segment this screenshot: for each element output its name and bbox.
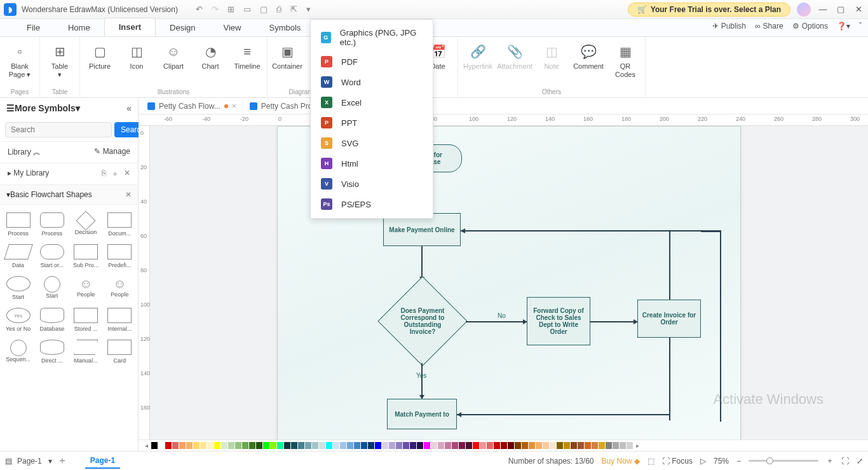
library-label[interactable]: Library ︽ (8, 147, 41, 158)
shape-docum[interactable]: Docum... (103, 210, 137, 239)
fullscreen-icon[interactable]: ⤢ (857, 457, 863, 466)
page-tab[interactable]: Page-1 (85, 453, 120, 469)
shape-people[interactable]: ☺People (69, 273, 103, 303)
color-swatch[interactable] (508, 442, 514, 449)
ribbon-picture[interactable]: ▢Picture (81, 39, 118, 87)
publish-button[interactable]: ✈ Publish (712, 22, 746, 31)
tab-home[interactable]: Home (54, 19, 104, 36)
maximize-icon[interactable]: ▢ (835, 4, 846, 14)
ribbon-icon[interactable]: ◫Icon (118, 39, 155, 87)
color-swatch[interactable] (228, 442, 234, 449)
color-swatch[interactable] (326, 442, 332, 449)
color-swatch[interactable] (550, 442, 556, 449)
focus-button[interactable]: ⛶ Focus (662, 457, 693, 466)
ribbon-comment[interactable]: 💬Comment (570, 39, 607, 87)
color-swatch[interactable] (305, 442, 311, 449)
shape-stored[interactable]: Stored ... (69, 305, 103, 335)
search-input[interactable] (5, 122, 112, 137)
color-swatch[interactable] (529, 442, 535, 449)
more-symbols-label[interactable]: More Symbols (15, 103, 76, 113)
color-swatch[interactable] (522, 442, 528, 449)
lib-add-icon[interactable]: ＋ (111, 169, 119, 179)
color-swatch[interactable] (599, 442, 605, 449)
dropdown-item-ppt[interactable]: PPPT (311, 113, 433, 133)
color-swatch[interactable] (214, 442, 220, 449)
color-swatch[interactable] (557, 442, 563, 449)
save-icon[interactable]: ▢ (260, 4, 268, 14)
color-swatch[interactable] (200, 442, 207, 449)
shape-database[interactable]: Database (35, 305, 69, 335)
color-swatch[interactable] (249, 442, 255, 449)
color-swatch[interactable] (627, 442, 633, 449)
ribbon-note[interactable]: ◫Note (533, 39, 570, 87)
color-swatch[interactable] (158, 442, 165, 449)
color-swatch[interactable] (235, 442, 241, 449)
page-selector[interactable]: Page-1 ▾ (17, 457, 52, 466)
open-icon[interactable]: ▭ (243, 4, 251, 14)
color-swatch[interactable] (284, 442, 290, 449)
ribbon-attachment[interactable]: 📎Attachment (496, 39, 533, 87)
close-icon[interactable]: ✕ (853, 4, 864, 14)
ribbon-timeline[interactable]: ≡Timeline (229, 39, 266, 87)
color-swatch[interactable] (291, 442, 297, 449)
color-swatch[interactable] (270, 442, 276, 449)
redo-icon[interactable]: ↷ (212, 4, 219, 14)
shape-predefi[interactable]: Predefi... (103, 242, 137, 271)
color-swatch[interactable] (480, 442, 486, 449)
pages-icon[interactable]: ▤ (5, 457, 12, 466)
dropdown-item-graphics[interactable]: GGraphics (PNG, JPG etc.) (311, 24, 433, 52)
play-icon[interactable]: ▷ (700, 457, 706, 466)
section-close-icon[interactable]: ✕ (125, 190, 132, 199)
shape-yesorno[interactable]: YesYes or No (1, 305, 35, 335)
doc-tab[interactable]: Petty Cash Flow...× (141, 99, 243, 113)
color-swatch[interactable] (515, 442, 521, 449)
mylib-label[interactable]: ▸ My Library (8, 169, 49, 179)
dropdown-item-svg[interactable]: SSVG (311, 133, 433, 153)
canvas[interactable]: sh for hase Make Payment Online Does Pay… (150, 126, 868, 439)
zoom-in-icon[interactable]: ＋ (826, 455, 834, 466)
tab-close-icon[interactable]: × (232, 102, 236, 111)
shape-process[interactable]: Process (35, 210, 69, 239)
color-swatch[interactable] (333, 442, 339, 449)
color-swatch[interactable] (417, 442, 423, 449)
color-swatch[interactable] (221, 442, 227, 449)
shape-people[interactable]: ☺People (103, 273, 137, 303)
qat-more-icon[interactable]: ▾ (306, 4, 311, 14)
dropdown-item-pdf[interactable]: PPDF (311, 52, 433, 72)
color-swatch[interactable] (543, 442, 549, 449)
shape-internal[interactable]: Internal... (103, 305, 137, 335)
color-swatch[interactable] (347, 442, 353, 449)
dropdown-item-pseps[interactable]: PsPS/EPS (311, 194, 433, 214)
fc-create-invoice[interactable]: Create Invoice for Order (637, 300, 701, 338)
fc-match-payment[interactable]: Match Payment to (387, 399, 457, 429)
layers-icon[interactable]: ⬚ (648, 457, 654, 466)
ribbon-chart[interactable]: ◔Chart (192, 39, 229, 87)
buy-now-link[interactable]: Buy Now ◆ (602, 457, 640, 466)
ribbon-collapse-icon[interactable]: ˇ (859, 22, 862, 31)
tab-file[interactable]: File (13, 19, 54, 36)
print-icon[interactable]: ⎙ (276, 4, 281, 14)
tab-symbols[interactable]: Symbols (255, 19, 315, 36)
fit-page-icon[interactable]: ⛶ (841, 457, 849, 466)
export-icon[interactable]: ⇱ (290, 4, 297, 14)
new-icon[interactable]: ⊞ (227, 4, 234, 14)
color-swatch[interactable] (382, 442, 388, 449)
color-swatch[interactable] (186, 442, 193, 449)
dropdown-item-visio[interactable]: VVisio (311, 174, 433, 194)
color-swatch[interactable] (585, 442, 591, 449)
color-swatch[interactable] (487, 442, 493, 449)
manage-button[interactable]: ✎ Manage (94, 147, 130, 158)
panel-collapse-icon[interactable]: « (126, 103, 132, 113)
color-swatch[interactable] (277, 442, 283, 449)
color-swatch[interactable] (536, 442, 542, 449)
shape-startor[interactable]: Start or... (35, 242, 69, 271)
shape-manual[interactable]: Manual... (69, 337, 103, 366)
color-swatch[interactable] (389, 442, 395, 449)
shape-direct[interactable]: Direct ... (35, 337, 69, 366)
color-swatch[interactable] (375, 442, 381, 449)
color-swatch[interactable] (445, 442, 451, 449)
user-avatar[interactable] (797, 3, 811, 17)
color-swatch[interactable] (193, 442, 200, 449)
color-swatch[interactable] (361, 442, 367, 449)
ribbon-blank[interactable]: ▫Blank Page ▾ (1, 39, 38, 87)
